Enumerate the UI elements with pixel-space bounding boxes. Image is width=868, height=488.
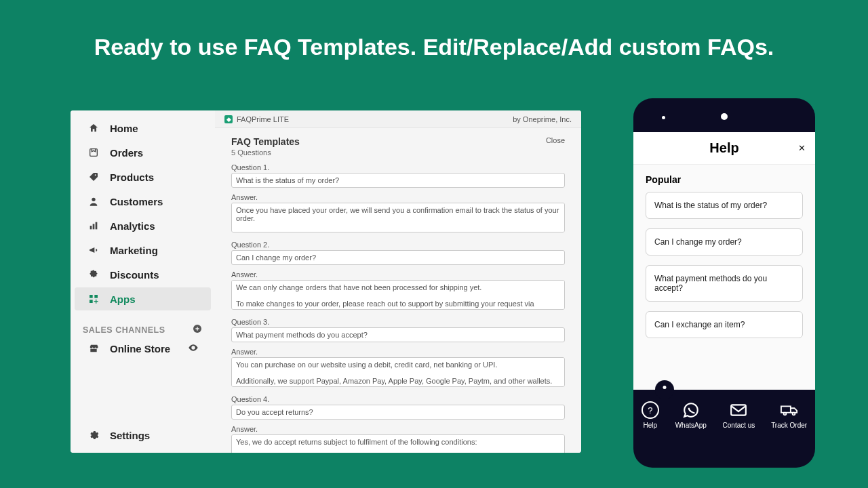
- phone-frame: Help ✕ Popular What is the status of my …: [633, 98, 815, 468]
- answer-label: Answer.: [231, 425, 565, 433]
- help-icon: ?: [642, 401, 659, 419]
- sidebar-item-customers[interactable]: Customers: [75, 190, 211, 213]
- nav-contact[interactable]: Contact us: [723, 401, 755, 429]
- discount-icon: [87, 268, 100, 281]
- analytics-icon: [87, 219, 100, 232]
- sidebar-item-products[interactable]: Products: [75, 165, 211, 188]
- answer-label: Answer.: [231, 270, 565, 279]
- svg-rect-10: [732, 405, 747, 415]
- answer-4-textarea[interactable]: Yes, we do accept returns subject to ful…: [231, 434, 565, 453]
- admin-panel: Home Orders Products Customers Analytics…: [71, 110, 581, 453]
- store-icon: [87, 342, 100, 355]
- answer-label: Answer.: [231, 193, 565, 201]
- svg-rect-8: [90, 300, 93, 303]
- popular-heading: Popular: [646, 174, 803, 185]
- sidebar-item-settings[interactable]: Settings: [75, 424, 211, 447]
- phone-screen: Help ✕ Popular What is the status of my …: [633, 132, 815, 390]
- nav-track-order[interactable]: Track Order: [771, 401, 807, 429]
- mail-icon: [730, 401, 747, 419]
- phone-camera: [662, 116, 665, 119]
- sidebar-item-label: Discounts: [110, 269, 159, 281]
- svg-rect-6: [90, 295, 93, 298]
- app-by: by Oneprime, Inc.: [513, 115, 572, 123]
- sidebar-item-label: Online Store: [110, 343, 178, 354]
- question-label: Question 1.: [231, 163, 565, 171]
- question-label: Question 4.: [231, 395, 565, 403]
- phone-speaker: [721, 113, 728, 120]
- sidebar-item-home[interactable]: Home: [75, 117, 211, 140]
- faq-tile[interactable]: Can I exchange an item?: [646, 311, 803, 338]
- sales-channels-header: SALES CHANNELS: [71, 323, 215, 336]
- question-label: Question 3.: [231, 318, 565, 326]
- question-label: Question 2.: [231, 241, 565, 249]
- sidebar-item-apps[interactable]: Apps: [75, 287, 211, 310]
- app-bar: ◆ FAQPrime LITE by Oneprime, Inc.: [215, 110, 581, 128]
- svg-rect-4: [93, 224, 95, 229]
- answer-1-textarea[interactable]: Once you have placed your order, we will…: [231, 203, 565, 232]
- sidebar-item-label: Home: [110, 123, 138, 134]
- help-header: Help ✕: [633, 132, 815, 165]
- add-channel-icon[interactable]: [192, 323, 203, 336]
- sidebar-item-analytics[interactable]: Analytics: [75, 214, 211, 237]
- truck-icon: [781, 401, 798, 419]
- question-2-input[interactable]: [231, 250, 565, 265]
- home-icon: [87, 121, 100, 135]
- bottom-nav: ? Help WhatsApp Contact us Track Order: [633, 390, 815, 441]
- sidebar-item-label: Apps: [110, 293, 136, 305]
- help-title: Help: [709, 140, 738, 156]
- sidebar-item-label: Settings: [110, 430, 150, 441]
- page-headline: Ready to use FAQ Templates. Edit/Replace…: [0, 34, 868, 60]
- answer-3-textarea[interactable]: You can purchase on our website using a …: [231, 357, 565, 387]
- popular-section: Popular What is the status of my order? …: [633, 165, 815, 350]
- faq-templates-card: FAQ Templates 5 Questions Close Question…: [215, 128, 581, 453]
- faq-tile[interactable]: Can I change my order?: [646, 228, 803, 256]
- svg-rect-3: [90, 226, 92, 229]
- close-button[interactable]: Close: [546, 136, 565, 144]
- close-icon[interactable]: ✕: [798, 143, 806, 153]
- svg-rect-11: [781, 406, 791, 412]
- sidebar-item-label: Analytics: [110, 220, 155, 232]
- view-icon[interactable]: [188, 342, 199, 355]
- main-area: ◆ FAQPrime LITE by Oneprime, Inc. FAQ Te…: [215, 110, 581, 453]
- user-icon: [87, 195, 100, 208]
- faq-tile[interactable]: What payment methods do you accept?: [646, 265, 803, 302]
- question-4-input[interactable]: [231, 405, 565, 420]
- card-title: FAQ Templates: [231, 136, 300, 147]
- whatsapp-icon: [682, 401, 700, 419]
- sidebar-item-label: Products: [110, 171, 154, 183]
- sidebar-item-marketing[interactable]: Marketing: [75, 239, 211, 262]
- answer-label: Answer.: [231, 348, 565, 356]
- nav-whatsapp[interactable]: WhatsApp: [675, 401, 707, 429]
- svg-rect-0: [90, 149, 98, 157]
- gear-icon: [87, 428, 100, 442]
- svg-rect-7: [94, 295, 98, 298]
- sidebar-item-label: Orders: [110, 147, 143, 159]
- app-name: FAQPrime LITE: [237, 115, 289, 123]
- app-badge-icon: ◆: [224, 115, 233, 123]
- answer-2-textarea[interactable]: We can only change orders that have not …: [231, 280, 565, 310]
- svg-point-13: [792, 413, 795, 415]
- tag-icon: [87, 170, 100, 184]
- apps-icon: [87, 292, 100, 306]
- svg-rect-5: [96, 222, 98, 230]
- sidebar-item-label: Customers: [110, 196, 163, 207]
- sidebar-item-online-store[interactable]: Online Store: [75, 337, 211, 360]
- orders-icon: [87, 146, 100, 159]
- sidebar: Home Orders Products Customers Analytics…: [71, 110, 215, 453]
- svg-point-2: [92, 198, 95, 201]
- svg-point-1: [95, 174, 96, 176]
- nav-bump: [655, 380, 674, 399]
- sidebar-item-label: Marketing: [110, 245, 158, 256]
- svg-point-12: [783, 413, 786, 415]
- card-subtitle: 5 Questions: [231, 148, 300, 157]
- sidebar-item-discounts[interactable]: Discounts: [75, 263, 211, 286]
- question-3-input[interactable]: [231, 327, 565, 342]
- nav-help[interactable]: ? Help: [642, 401, 659, 429]
- faq-tile[interactable]: What is the status of my order?: [646, 192, 803, 219]
- sidebar-item-orders[interactable]: Orders: [75, 141, 211, 164]
- question-1-input[interactable]: [231, 173, 565, 188]
- megaphone-icon: [87, 243, 100, 257]
